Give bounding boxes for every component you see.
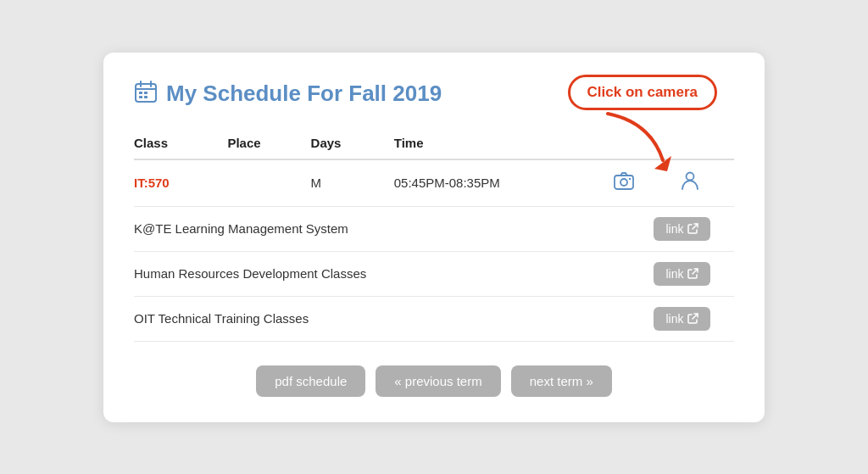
svg-line-15 bbox=[693, 314, 698, 319]
camera-cell bbox=[602, 159, 654, 207]
svg-line-14 bbox=[693, 269, 698, 274]
place-cell bbox=[227, 159, 310, 207]
sublink-label-kate: K@TE Learning Management System bbox=[134, 206, 654, 251]
schedule-card: My Schedule For Fall 2019 Click on camer… bbox=[103, 53, 765, 422]
days-cell: M bbox=[311, 159, 394, 207]
person-cell bbox=[654, 159, 734, 207]
hr-link-button[interactable]: link bbox=[654, 262, 710, 286]
svg-rect-7 bbox=[144, 96, 147, 98]
class-cell: IT:570 bbox=[134, 159, 227, 207]
svg-point-12 bbox=[686, 172, 693, 180]
svg-rect-5 bbox=[144, 92, 147, 94]
calendar-icon bbox=[134, 80, 158, 109]
table-header-row: Class Place Days Time bbox=[134, 131, 734, 159]
sublink-row-kate: K@TE Learning Management System link bbox=[134, 206, 734, 251]
col-header-person bbox=[654, 131, 734, 159]
page-title: My Schedule For Fall 2019 bbox=[166, 81, 442, 107]
oit-link-button[interactable]: link bbox=[654, 307, 710, 331]
col-header-class: Class bbox=[134, 131, 227, 159]
table-row: IT:570 M 05:45PM-08:35PM bbox=[134, 159, 734, 207]
camera-icon[interactable] bbox=[610, 171, 637, 195]
sublink-row-hr: Human Resources Development Classes link bbox=[134, 251, 734, 296]
next-term-button[interactable]: next term » bbox=[511, 365, 612, 397]
col-header-days: Days bbox=[311, 131, 394, 159]
schedule-table: Class Place Days Time IT:570 M 05:45PM-0… bbox=[134, 131, 734, 342]
time-cell: 05:45PM-08:35PM bbox=[394, 159, 602, 207]
sublink-btn-cell-oit: link bbox=[654, 296, 734, 341]
svg-line-13 bbox=[693, 224, 698, 229]
col-header-place: Place bbox=[227, 131, 310, 159]
svg-rect-4 bbox=[139, 92, 142, 94]
sublink-label-oit: OIT Technical Training Classes bbox=[134, 296, 654, 341]
sublink-row-oit: OIT Technical Training Classes link bbox=[134, 296, 734, 341]
class-link[interactable]: IT:570 bbox=[134, 176, 170, 190]
click-camera-bubble: Click on camera bbox=[568, 75, 717, 110]
footer-buttons: pdf schedule « previous term next term » bbox=[134, 365, 734, 397]
header-row: My Schedule For Fall 2019 Click on camer… bbox=[134, 78, 734, 110]
col-header-cam bbox=[602, 131, 654, 159]
sublink-label-hr: Human Resources Development Classes bbox=[134, 251, 654, 296]
kate-link-button[interactable]: link bbox=[654, 217, 710, 241]
svg-point-11 bbox=[629, 177, 631, 179]
pdf-schedule-button[interactable]: pdf schedule bbox=[256, 365, 365, 397]
person-icon[interactable] bbox=[676, 170, 704, 196]
svg-rect-9 bbox=[615, 176, 633, 189]
sublink-btn-cell-hr: link bbox=[654, 251, 734, 296]
previous-term-button[interactable]: « previous term bbox=[376, 365, 500, 397]
title-group: My Schedule For Fall 2019 bbox=[134, 78, 442, 109]
svg-rect-6 bbox=[139, 96, 142, 98]
col-header-time: Time bbox=[394, 131, 602, 159]
sublink-btn-cell-kate: link bbox=[654, 206, 734, 251]
svg-point-10 bbox=[620, 179, 627, 186]
